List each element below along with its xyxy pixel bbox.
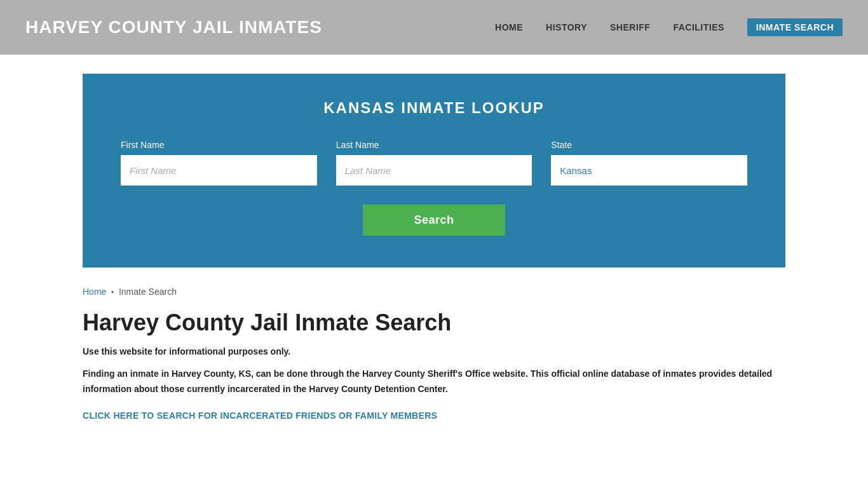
first-name-input[interactable] <box>121 155 317 186</box>
main-nav: HOME HISTORY SHERIFF FACILITIES INMATE S… <box>495 18 843 36</box>
breadcrumb: Home • Inmate Search <box>83 287 785 297</box>
nav-inmate-search[interactable]: INMATE SEARCH <box>747 18 843 36</box>
click-here-link[interactable]: CLICK HERE to Search for Incarcerated Fr… <box>83 410 437 421</box>
site-title: HARVEY COUNTY JAIL INMATES <box>25 17 322 37</box>
state-input[interactable] <box>551 155 747 186</box>
nav-history[interactable]: HISTORY <box>546 22 587 32</box>
page-title: Harvey County Jail Inmate Search <box>83 309 785 336</box>
info-paragraph: Finding an inmate in Harvey County, KS, … <box>83 367 785 397</box>
site-header: HARVEY COUNTY JAIL INMATES HOME HISTORY … <box>0 0 868 55</box>
last-name-input[interactable] <box>336 155 532 186</box>
breadcrumb-current: Inmate Search <box>119 287 177 297</box>
nav-facilities[interactable]: FACILITIES <box>673 22 724 32</box>
last-name-group: Last Name <box>336 140 532 186</box>
nav-sheriff[interactable]: SHERIFF <box>610 22 650 32</box>
search-banner: KANSAS INMATE LOOKUP First Name Last Nam… <box>83 74 785 268</box>
first-name-label: First Name <box>121 140 317 150</box>
search-banner-title: KANSAS INMATE LOOKUP <box>121 99 747 117</box>
search-fields-row: First Name Last Name State <box>121 140 747 186</box>
first-name-group: First Name <box>121 140 317 186</box>
state-group: State <box>551 140 747 186</box>
info-line: Use this website for informational purpo… <box>83 346 785 356</box>
last-name-label: Last Name <box>336 140 532 150</box>
search-button-row: Search <box>121 205 747 236</box>
breadcrumb-home-link[interactable]: Home <box>83 287 106 297</box>
main-content: Harvey County Jail Inmate Search Use thi… <box>83 309 785 421</box>
search-button[interactable]: Search <box>363 205 505 236</box>
breadcrumb-separator: • <box>111 288 114 295</box>
nav-home[interactable]: HOME <box>495 22 523 32</box>
state-label: State <box>551 140 747 150</box>
